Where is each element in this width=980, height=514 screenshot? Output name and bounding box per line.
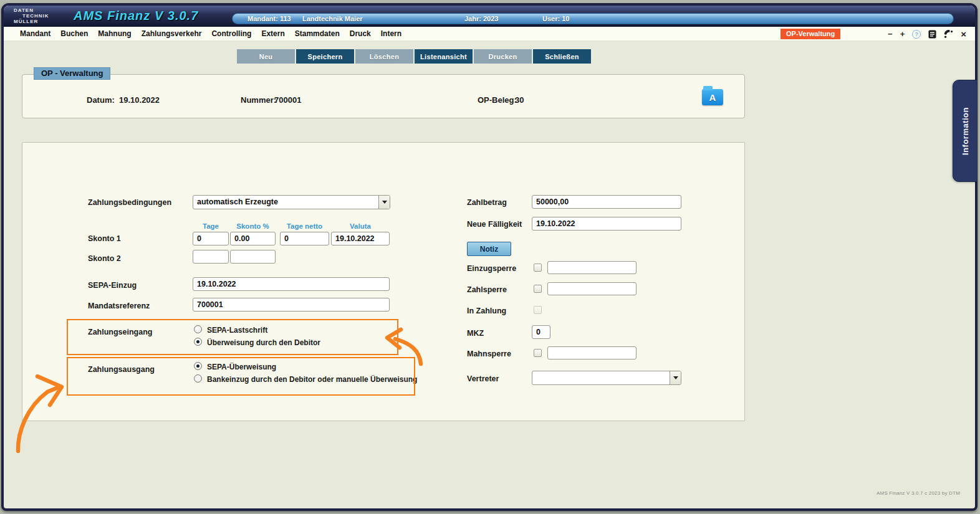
- active-module-badge: OP-Verwaltung: [781, 29, 840, 39]
- logo-line: TECHNIK: [22, 13, 49, 19]
- app-title: AMS Finanz V 3.0.7: [74, 9, 198, 23]
- skonto1-valuta-field[interactable]: [331, 232, 390, 245]
- neue-faelligkeit-field[interactable]: [532, 217, 681, 231]
- notes-icon[interactable]: [928, 30, 936, 39]
- neu-button[interactable]: Neu: [237, 49, 295, 64]
- zahlbetrag-field[interactable]: [532, 195, 681, 209]
- chevron-down-icon[interactable]: [378, 196, 390, 209]
- op-beleg-value: 30: [515, 95, 524, 105]
- folder-letter: A: [709, 92, 716, 103]
- radio-ueberweisung-debitor-label[interactable]: Überweisung durch den Debitor: [207, 338, 320, 347]
- nummer-value: 700001: [274, 95, 301, 105]
- einzugsperre-field[interactable]: [547, 261, 637, 274]
- user-id: User: 10: [542, 15, 569, 22]
- radio-sepa-ueberweisung[interactable]: [194, 362, 202, 370]
- radio-sepa-lastschrift[interactable]: [194, 325, 202, 333]
- menu-item-mandant[interactable]: Mandant: [20, 29, 50, 38]
- mkz-label: MKZ: [467, 329, 484, 338]
- col-valuta: Valuta: [331, 222, 390, 230]
- schliessen-button[interactable]: Schließen: [533, 49, 591, 64]
- skonto1-prozent-field[interactable]: [230, 232, 276, 245]
- action-toolbar: Neu Speichern Löschen Listenansicht Druc…: [237, 49, 591, 64]
- radio-sepa-ueberweisung-label[interactable]: SEPA-Überweisung: [207, 363, 276, 371]
- radio-bankeinzug-label[interactable]: Bankeinzug durch den Debitor oder manuel…: [207, 375, 417, 384]
- col-skonto: Skonto %: [230, 222, 276, 230]
- mahnsperre-checkbox[interactable]: [534, 349, 542, 357]
- mahnsperre-field[interactable]: [547, 346, 637, 359]
- menu-item-mahnung[interactable]: Mahnung: [98, 29, 131, 38]
- skonto1-tage-netto-field[interactable]: [280, 232, 329, 245]
- menu-item-extern[interactable]: Extern: [261, 29, 284, 38]
- mkz-field[interactable]: [532, 325, 550, 339]
- help-icon[interactable]: ?: [912, 30, 921, 39]
- menu-item-zahlungsverkehr[interactable]: Zahlungsverkehr: [142, 29, 202, 38]
- notiz-button[interactable]: Notiz: [467, 242, 511, 256]
- radio-bankeinzug[interactable]: [194, 374, 202, 383]
- zahlbetrag-label: Zahlbetrag: [467, 198, 507, 207]
- einzugsperre-label: Einzugsperre: [467, 264, 516, 273]
- in-zahlung-checkbox: [534, 306, 542, 314]
- zahlungsausgang-label: Zahlungsausgang: [88, 365, 155, 374]
- session-info-strip: Mandant: 113 Landtechnik Maier Jahr: 202…: [232, 13, 954, 24]
- col-tage-netto: Tage netto: [280, 222, 329, 230]
- zahlsperre-field[interactable]: [547, 282, 637, 295]
- mandatsreferenz-field[interactable]: [193, 298, 390, 312]
- skonto1-label: Skonto 1: [88, 234, 121, 243]
- archive-folder-icon[interactable]: A: [702, 89, 723, 105]
- mandant-name: Landtechnik Maier: [302, 15, 363, 22]
- menu-bar: Mandant Buchen Mahnung Zahlungsverkehr C…: [4, 27, 975, 41]
- skonto2-tage-field[interactable]: [193, 250, 229, 264]
- zahlsperre-label: Zahlsperre: [467, 285, 507, 294]
- phone-icon[interactable]: [944, 30, 953, 39]
- sepa-einzug-label: SEPA-Einzug: [88, 281, 137, 290]
- loeschen-button[interactable]: Löschen: [355, 49, 413, 64]
- nummer-label: Nummer:: [241, 95, 276, 105]
- information-side-tab[interactable]: Information: [953, 80, 978, 182]
- vertreter-combobox[interactable]: [532, 371, 681, 385]
- zahlungsbedingungen-value: automatisch Erzeugte: [197, 198, 278, 206]
- close-icon[interactable]: ×: [961, 29, 966, 39]
- jahr-value: Jahr: 2023: [464, 15, 498, 22]
- skonto2-prozent-field[interactable]: [230, 250, 276, 264]
- menu-item-stammdaten[interactable]: Stammdaten: [295, 29, 340, 38]
- datum-label: Datum:: [87, 95, 115, 105]
- op-verwaltung-header-box: OP - Verwaltung Datum: 19.10.2022 Nummer…: [22, 74, 745, 118]
- op-detail-panel: Zahlungsbedingungen automatisch Erzeugte…: [22, 142, 745, 421]
- in-zahlung-label: In Zahlung: [467, 307, 506, 315]
- col-tage: Tage: [193, 222, 229, 230]
- annotation-box-zahlungseingang: [67, 319, 398, 355]
- chevron-down-icon[interactable]: [670, 371, 681, 384]
- zahlsperre-checkbox[interactable]: [534, 285, 542, 293]
- speichern-button[interactable]: Speichern: [296, 49, 354, 64]
- menu-item-controlling[interactable]: Controlling: [211, 29, 251, 38]
- op-verwaltung-legend: OP - Verwaltung: [34, 67, 110, 80]
- vertreter-label: Vertreter: [467, 374, 499, 383]
- einzugsperre-checkbox[interactable]: [534, 264, 542, 272]
- information-side-tab-label: Information: [961, 107, 970, 155]
- sepa-einzug-field[interactable]: [193, 277, 390, 291]
- zahlungsbedingungen-label: Zahlungsbedingungen: [88, 198, 171, 207]
- zoom-plus-icon[interactable]: +: [900, 30, 905, 38]
- neue-faelligkeit-label: Neue Fälligkeit: [467, 220, 522, 229]
- mahnsperre-label: Mahnsperre: [467, 350, 511, 358]
- radio-ueberweisung-debitor[interactable]: [194, 338, 202, 346]
- dtm-logo: DATEN TECHNIK MÜLLER: [14, 7, 49, 24]
- op-beleg-label: OP-Beleg:: [478, 95, 517, 105]
- title-bar: DATEN TECHNIK MÜLLER AMS Finanz V 3.0.7 …: [4, 6, 975, 27]
- radio-sepa-lastschrift-label[interactable]: SEPA-Lastschrift: [207, 326, 267, 335]
- menu-item-buchen[interactable]: Buchen: [60, 29, 88, 38]
- drucken-button[interactable]: Drucken: [474, 49, 532, 64]
- zahlungseingang-label: Zahlungseingang: [88, 328, 152, 336]
- menu-item-druck[interactable]: Druck: [350, 29, 371, 38]
- footer-version-text: AMS Finanz V 3.0.7 c 2023 by DTM: [860, 490, 960, 496]
- listenansicht-button[interactable]: Listenansicht: [415, 49, 473, 64]
- menu-item-intern[interactable]: Intern: [381, 29, 401, 38]
- minimize-icon[interactable]: −: [888, 30, 893, 38]
- skonto2-label: Skonto 2: [88, 254, 121, 263]
- datum-value: 19.10.2022: [119, 95, 160, 105]
- logo-line: MÜLLER: [14, 19, 49, 24]
- window-controls: − + ? ×: [888, 27, 966, 41]
- zahlungsbedingungen-combobox[interactable]: automatisch Erzeugte: [193, 195, 390, 209]
- skonto1-tage-field[interactable]: [193, 232, 229, 245]
- mandatsreferenz-label: Mandatsreferenz: [88, 302, 150, 310]
